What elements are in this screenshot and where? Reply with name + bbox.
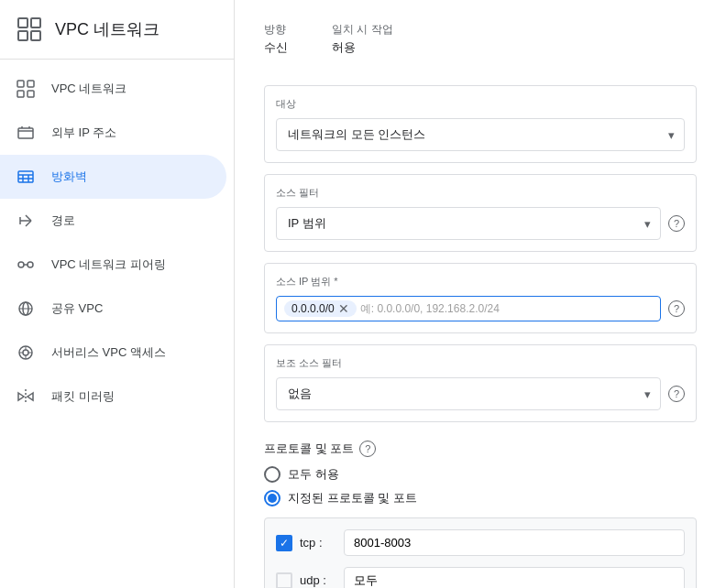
svg-rect-1 [31, 18, 40, 27]
svg-rect-8 [18, 128, 33, 138]
svg-rect-12 [18, 171, 33, 182]
source-filter-chevron-icon: ▾ [644, 217, 651, 231]
svg-rect-2 [18, 31, 28, 40]
protocols-section: 프로토콜 및 포트 ? 모두 허용 지정된 프로토콜 및 포트 tcp : [264, 441, 697, 588]
source-ip-placeholder: 예: 0.0.0.0/0, 192.168.2.0/24 [360, 301, 500, 317]
secondary-filter-chevron-icon: ▾ [644, 387, 651, 401]
source-filter-row: IP 범위 ▾ ? [276, 207, 685, 240]
secondary-filter-label: 보조 소스 필터 [276, 356, 685, 370]
source-filter-select[interactable]: IP 범위 ▾ [276, 207, 661, 240]
secondary-filter-help-icon[interactable]: ? [668, 386, 685, 402]
source-filter-label: 소스 필터 [276, 186, 685, 200]
svg-rect-3 [31, 31, 40, 40]
tcp-checkbox[interactable] [276, 535, 292, 551]
sidebar-nav: VPC 네트워크 외부 IP 주소 [0, 60, 234, 419]
action-section: 일치 시 작업 허용 [332, 22, 393, 56]
direction-label: 방향 [264, 22, 288, 38]
udp-row: udp : [276, 567, 685, 588]
source-filter-value: IP 범위 [288, 215, 326, 232]
source-ip-tag-value: 0.0.0.0/0 [292, 302, 335, 315]
routes-icon [15, 210, 37, 232]
sidebar-item-routes[interactable]: 경로 [0, 199, 226, 243]
vpc-header-icon [15, 15, 44, 44]
protocols-help-icon[interactable]: ? [359, 441, 376, 457]
source-ip-field-group: 소스 IP 범위 * 0.0.0.0/0 ✕ 예: 0.0.0.0/0, 192… [264, 263, 697, 333]
sidebar: VPC 네트워크 VPC 네트워크 [0, 0, 235, 588]
radio-specified-circle [264, 490, 280, 506]
svg-rect-4 [17, 81, 24, 87]
svg-point-28 [23, 350, 28, 355]
source-ip-tag: 0.0.0.0/0 ✕ [284, 300, 357, 317]
source-ip-tag-close-icon[interactable]: ✕ [338, 302, 349, 315]
ip-icon [15, 122, 37, 144]
target-field-group: 대상 네트워크의 모든 인스턴스 ▾ [264, 85, 697, 163]
target-chevron-icon: ▾ [668, 128, 675, 142]
main-content: 방향 수신 일치 시 작업 허용 대상 네트워크의 모든 인스턴스 ▾ 소스 필… [235, 0, 726, 588]
sidebar-item-label: 경로 [51, 212, 75, 229]
radio-allow-all[interactable]: 모두 허용 [264, 466, 697, 483]
secondary-filter-field-group: 보조 소스 필터 없음 ▾ ? [264, 344, 697, 422]
tcp-row: tcp : [276, 529, 685, 556]
serverless-icon [15, 342, 37, 364]
sidebar-item-label: 서버리스 VPC 액세스 [51, 344, 166, 361]
udp-label: udp : [300, 573, 336, 587]
peering-icon [15, 254, 37, 276]
sidebar-title: VPC 네트워크 [55, 18, 160, 40]
direction-section: 방향 수신 [264, 22, 288, 56]
svg-line-19 [26, 221, 31, 226]
target-select-value: 네트워크의 모든 인스턴스 [288, 126, 425, 143]
tcp-input[interactable] [344, 529, 685, 556]
sidebar-item-label: VPC 네트워크 [51, 81, 126, 97]
sidebar-item-external-ip[interactable]: 외부 IP 주소 [0, 111, 226, 155]
source-filter-help-icon[interactable]: ? [668, 215, 685, 232]
direction-value: 수신 [264, 39, 288, 56]
mirror-icon [15, 386, 37, 408]
svg-rect-7 [28, 91, 34, 97]
svg-rect-5 [28, 81, 34, 87]
sidebar-item-vpc-network[interactable]: VPC 네트워크 [0, 67, 226, 111]
sidebar-item-shared-vpc[interactable]: 공유 VPC [0, 287, 226, 331]
sidebar-header: VPC 네트워크 [0, 0, 234, 60]
vpc-icon [15, 78, 37, 100]
sidebar-item-packet-mirror[interactable]: 패킷 미러링 [0, 375, 226, 419]
sidebar-item-label: 방화벽 [51, 169, 87, 185]
sidebar-item-vpc-peering[interactable]: VPC 네트워크 피어링 [0, 243, 226, 287]
radio-specified[interactable]: 지정된 프로토콜 및 포트 [264, 490, 697, 506]
sidebar-item-label: VPC 네트워크 피어링 [51, 256, 166, 273]
action-label: 일치 시 작업 [332, 22, 393, 38]
firewall-icon [15, 166, 37, 188]
udp-input[interactable] [344, 567, 685, 588]
source-ip-label: 소스 IP 범위 * [276, 275, 685, 289]
secondary-filter-value: 없음 [288, 386, 312, 402]
target-label: 대상 [276, 97, 685, 111]
sidebar-item-label: 공유 VPC [51, 300, 103, 317]
source-ip-row: 0.0.0.0/0 ✕ 예: 0.0.0.0/0, 192.168.2.0/24… [276, 296, 685, 321]
secondary-filter-row: 없음 ▾ ? [276, 377, 685, 410]
radio-specified-label: 지정된 프로토콜 및 포트 [288, 490, 417, 506]
source-ip-help-icon[interactable]: ? [668, 300, 685, 317]
sidebar-item-label: 외부 IP 주소 [51, 125, 116, 141]
radio-allow-all-label: 모두 허용 [288, 466, 339, 483]
svg-rect-0 [18, 18, 28, 27]
sidebar-item-firewall[interactable]: 방화벽 [0, 155, 226, 199]
source-ip-tag-input[interactable]: 0.0.0.0/0 ✕ 예: 0.0.0.0/0, 192.168.2.0/24 [276, 296, 661, 321]
tcp-label: tcp : [300, 536, 336, 550]
sidebar-item-serverless-vpc[interactable]: 서버리스 VPC 액세스 [0, 331, 226, 375]
svg-line-18 [26, 215, 31, 221]
shared-icon [15, 298, 37, 320]
action-value: 허용 [332, 39, 393, 56]
protocols-section-label: 프로토콜 및 포트 [264, 441, 354, 457]
svg-rect-6 [17, 91, 24, 97]
svg-point-22 [28, 262, 33, 267]
target-select[interactable]: 네트워크의 모든 인스턴스 ▾ [276, 118, 685, 151]
udp-checkbox[interactable] [276, 572, 292, 589]
sidebar-item-label: 패킷 미러링 [51, 388, 115, 405]
protocol-radio-group: 모두 허용 지정된 프로토콜 및 포트 [264, 466, 697, 506]
secondary-filter-select[interactable]: 없음 ▾ [276, 377, 661, 410]
protocol-detail-section: tcp : udp : 기타 프로토콜 [264, 517, 697, 588]
svg-point-21 [18, 262, 24, 267]
source-filter-field-group: 소스 필터 IP 범위 ▾ ? [264, 174, 697, 252]
radio-allow-all-circle [264, 466, 280, 483]
